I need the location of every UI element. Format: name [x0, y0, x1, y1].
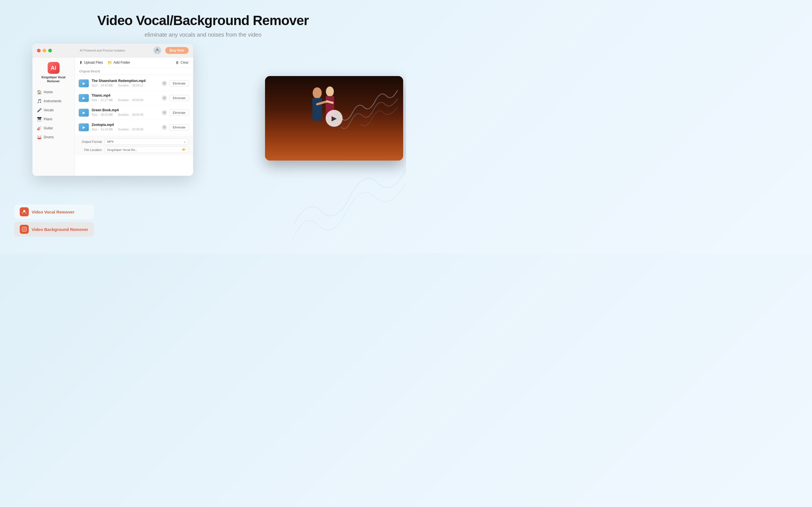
- file-count-label: Original files(4): [75, 68, 193, 75]
- sidebar-item-vocals[interactable]: 🎤 Vocals: [33, 106, 74, 115]
- sidebar-item-piano[interactable]: 🎹 Piano: [33, 115, 74, 124]
- file-size-label-0: Size：: [92, 84, 100, 87]
- file-name-3: Zootopia.mp4: [92, 123, 159, 127]
- buy-now-button[interactable]: Buy Now: [165, 47, 189, 54]
- sidebar-label-guitar: Guitar: [44, 126, 53, 130]
- sidebar-item-guitar[interactable]: 🎸 Guitar: [33, 124, 74, 133]
- file-location-label: File Location: [79, 148, 102, 152]
- file-duration-label-2: Duration：: [118, 113, 132, 116]
- sidebar-item-drums[interactable]: 🥁 Drums: [33, 133, 74, 142]
- upload-label: Upload Files: [84, 61, 103, 64]
- output-format-value: MP4: [107, 140, 114, 144]
- file-duration-2: 00:04:46: [132, 113, 143, 116]
- table-row: ▶ The Shawshank Redemption.mp4 Size： 34.…: [75, 76, 193, 91]
- vocal-remover-label: Video Vocal Remover: [32, 210, 74, 214]
- sidebar-label-home: Home: [44, 90, 53, 94]
- file-meta-1: Size： 21.27 MB Duration： 00:03:30: [92, 98, 159, 102]
- file-duration-label-3: Duration：: [118, 128, 132, 131]
- file-thumbnail-0: ▶: [79, 79, 89, 87]
- instruments-icon: 🎵: [37, 99, 42, 103]
- file-name-1: Titanic.mp4: [92, 94, 159, 98]
- vocal-remover-icon: [20, 207, 29, 216]
- file-actions-2: ✕ Eliminate: [162, 110, 189, 116]
- file-meta-2: Size： 38.63 MB Duration： 00:04:46: [92, 113, 159, 117]
- video-bg-remover-button[interactable]: Video Background Remover: [14, 222, 94, 237]
- remove-file-0-button[interactable]: ✕: [162, 81, 167, 86]
- video-background: ▶: [265, 76, 403, 161]
- remove-file-3-button[interactable]: ✕: [162, 125, 167, 130]
- main-content: ⬆ Upload Files 📁 Add Folder 🗑 Clear Orig…: [75, 57, 193, 176]
- feature-buttons: Video Vocal Remover Video Background Rem…: [14, 205, 94, 237]
- clear-label: Clear: [181, 61, 189, 64]
- eliminate-1-button[interactable]: Eliminate: [169, 95, 189, 101]
- file-size-0: 34.42 MB: [101, 84, 113, 87]
- file-info-0: The Shawshank Redemption.mp4 Size： 34.42…: [92, 79, 159, 88]
- video-preview: ▶: [265, 76, 403, 161]
- sidebar-item-instruments[interactable]: 🎵 Instruments: [33, 97, 74, 106]
- remove-file-1-button[interactable]: ✕: [162, 96, 167, 101]
- sidebar-label-vocals: Vocals: [44, 108, 54, 112]
- toolbar-left: ⬆ Upload Files 📁 Add Folder: [79, 60, 130, 65]
- file-thumbnail-3: ▶: [79, 123, 89, 131]
- page-title: Video Vocal/Background Remover: [0, 13, 406, 28]
- add-folder-button[interactable]: 📁 Add Folder: [107, 60, 130, 65]
- svg-point-6: [326, 87, 334, 97]
- file-list: ▶ The Shawshank Redemption.mp4 Size： 34.…: [75, 75, 193, 136]
- video-vocal-remover-button[interactable]: Video Vocal Remover: [14, 205, 94, 219]
- play-icon: ▶: [83, 96, 85, 100]
- eliminate-0-button[interactable]: Eliminate: [169, 80, 189, 87]
- app-logo-icon: AI: [48, 62, 59, 74]
- file-size-1: 21.27 MB: [101, 99, 113, 102]
- file-meta-0: Size： 34.42 MB Duration： 00:04:12: [92, 83, 159, 88]
- file-size-label-2: Size：: [92, 113, 100, 116]
- sidebar-item-home[interactable]: 🏠 Home: [33, 88, 74, 97]
- sidebar-logo: AI Kingshiper Vocal Remover: [33, 62, 74, 88]
- file-location-select[interactable]: Kingshiper Vocal Re... 📂: [105, 147, 189, 153]
- file-actions-3: ✕ Eliminate: [162, 124, 189, 130]
- drums-icon: 🥁: [37, 135, 42, 139]
- clear-icon: 🗑: [175, 61, 179, 64]
- minimize-window-button[interactable]: [43, 49, 46, 52]
- upload-files-button[interactable]: ⬆ Upload Files: [79, 60, 103, 65]
- file-duration-label-0: Duration：: [118, 84, 132, 87]
- clear-button[interactable]: 🗑 Clear: [175, 61, 189, 64]
- svg-rect-5: [312, 98, 322, 121]
- file-name-0: The Shawshank Redemption.mp4: [92, 79, 159, 83]
- output-format-select[interactable]: MP4 ⌄: [105, 138, 189, 145]
- file-thumbnail-1: ▶: [79, 94, 89, 102]
- eliminate-3-button[interactable]: Eliminate: [169, 124, 189, 130]
- file-info-1: Titanic.mp4 Size： 21.27 MB Duration： 00:…: [92, 94, 159, 102]
- close-window-button[interactable]: [37, 49, 41, 52]
- piano-icon: 🎹: [37, 117, 42, 121]
- file-actions-1: ✕ Eliminate: [162, 95, 189, 101]
- remove-file-2-button[interactable]: ✕: [162, 110, 167, 115]
- upload-icon: ⬆: [79, 60, 83, 65]
- output-format-row: Output Format MP4 ⌄: [79, 138, 189, 145]
- title-bar-label: AI Powered and Precise Isolation: [80, 49, 125, 52]
- file-size-2: 38.63 MB: [101, 113, 113, 116]
- bg-remover-label: Video Background Remover: [32, 227, 88, 232]
- title-bar-right: Buy Now: [153, 47, 189, 54]
- video-play-button[interactable]: ▶: [326, 110, 343, 127]
- eliminate-2-button[interactable]: Eliminate: [169, 110, 189, 116]
- sidebar-label-drums: Drums: [44, 135, 54, 139]
- file-thumbnail-2: ▶: [79, 109, 89, 117]
- file-meta-3: Size： 41.24 MB Duration： 00:05:06: [92, 128, 159, 131]
- user-avatar[interactable]: [153, 47, 161, 54]
- file-actions-0: ✕ Eliminate: [162, 80, 189, 87]
- maximize-window-button[interactable]: [48, 49, 52, 52]
- add-folder-icon: 📁: [107, 60, 112, 65]
- page-subtitle: eliminate any vocals and noises from the…: [0, 32, 406, 38]
- bottom-bar: Output Format MP4 ⌄ File Location Kingsh…: [75, 136, 193, 155]
- bg-remover-icon: [20, 225, 29, 234]
- file-duration-1: 00:03:30: [132, 99, 143, 102]
- svg-line-9: [327, 101, 333, 103]
- window-controls: [37, 49, 52, 52]
- folder-icon: 📂: [182, 148, 186, 152]
- title-bar: AI Powered and Precise Isolation Buy Now: [33, 44, 193, 57]
- play-icon: ▶: [83, 111, 85, 115]
- file-duration-label-1: Duration：: [118, 99, 132, 102]
- app-body: AI Kingshiper Vocal Remover 🏠 Home 🎵 Ins…: [33, 57, 193, 176]
- svg-point-4: [313, 87, 322, 99]
- page-header: Video Vocal/Background Remover eliminate…: [0, 0, 406, 38]
